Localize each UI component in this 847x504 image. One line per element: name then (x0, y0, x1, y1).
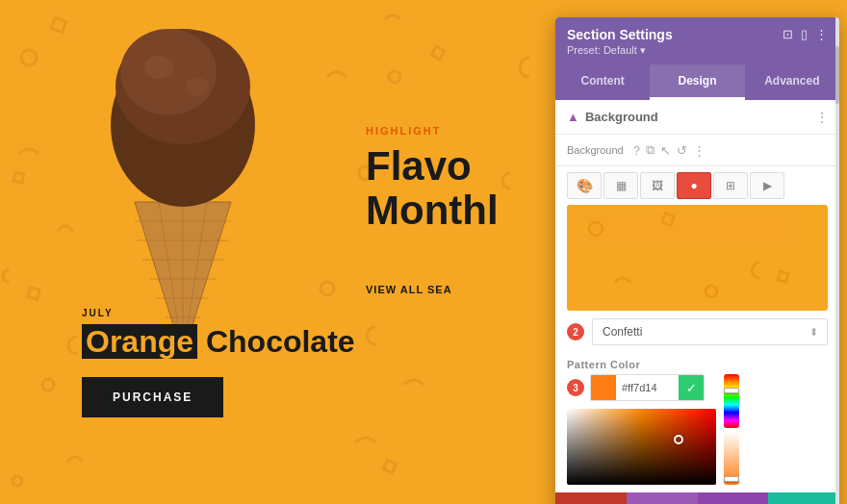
pattern-color-label: Pattern Color (555, 353, 839, 374)
svg-point-2 (389, 71, 400, 83)
flavor-title: Flavo Monthl (366, 144, 558, 233)
product-name-rest: Chocolate (197, 324, 355, 359)
panel-body: ▲ Background ⋮ Background ? ⧉ ↖ ↺ ⋮ 🎨 ▦ (555, 100, 839, 492)
tab-content[interactable]: Content (555, 64, 650, 100)
wireframe-icon[interactable]: ⊡ (783, 27, 793, 41)
undo-icon[interactable]: ↺ (677, 143, 687, 158)
panel-tabs: Content Design Advanced (555, 64, 839, 100)
panel-preset: Preset: Default ▾ (567, 44, 673, 57)
color-preview (567, 205, 828, 311)
main-content: HIGHLIGHT Flavo Monthl (366, 125, 558, 237)
svg-rect-5 (28, 288, 39, 299)
alpha-slider[interactable] (724, 432, 739, 486)
svg-rect-3 (431, 46, 445, 60)
cancel-button[interactable]: ✕ (555, 492, 627, 504)
dropdown-row: 2 Confetti None Dots Lines ⬍ (555, 318, 839, 353)
color-picker-row: 3 ✓ (555, 374, 839, 492)
svg-point-8 (13, 476, 22, 486)
redo-button[interactable]: ↻ (698, 492, 769, 504)
bg-section-icons: ⋮ (816, 111, 828, 124)
copy-icon[interactable]: ⧉ (646, 142, 654, 158)
svg-point-26 (186, 77, 209, 96)
panel-header: Section Settings Preset: Default ▾ ⊡ ▯ ⋮ (555, 17, 839, 64)
highlight-label: HIGHLIGHT (366, 125, 558, 137)
cursor-icon[interactable]: ↖ (660, 143, 671, 158)
purchase-button[interactable]: PURCHASE (82, 377, 223, 417)
ice-cream-image (77, 0, 327, 356)
bg-type-image-btn[interactable]: 🖼 (640, 172, 675, 199)
more-options-icon[interactable]: ⋮ (816, 111, 828, 124)
hue-alpha-sliders (724, 374, 739, 485)
product-name-orange: Orange (82, 324, 197, 359)
color-swatch[interactable] (591, 375, 616, 400)
svg-point-25 (144, 56, 173, 79)
bg-title-text: Background (585, 110, 658, 124)
expand-icon[interactable]: ▲ (567, 110, 579, 124)
background-section-title: ▲ Background (567, 110, 658, 124)
bg-type-active-btn[interactable]: ● (677, 172, 711, 199)
color-swatch-input: ✓ (590, 374, 705, 401)
bg-type-gradient-btn[interactable]: ▦ (603, 172, 638, 199)
tab-design[interactable]: Design (650, 64, 744, 100)
gradient-picker[interactable] (567, 409, 716, 485)
more-icon[interactable]: ⋮ (815, 27, 828, 41)
color-confirm-button[interactable]: ✓ (679, 375, 704, 400)
product-name: Orange Chocolate (82, 324, 467, 360)
color-input-section: 3 ✓ (567, 374, 716, 485)
view-all-text: VIEW ALL SEA (366, 284, 452, 295)
scrollbar-thumb[interactable] (835, 46, 839, 104)
panel-action-bar: ✕ ↺ ↻ ✓ (555, 492, 839, 504)
bg-type-pattern-btn[interactable]: ⊞ (713, 172, 748, 199)
hue-slider[interactable] (724, 374, 739, 428)
panel-header-left: Section Settings Preset: Default ▾ (567, 27, 673, 57)
panel-scrollbar[interactable] (835, 17, 839, 504)
panel-title: Section Settings (567, 27, 673, 42)
preview-pattern (567, 205, 828, 311)
confirm-button[interactable]: ✓ (768, 492, 839, 504)
dropdown-badge: 2 (567, 323, 584, 340)
color-badge: 3 (567, 379, 584, 396)
bottom-content: JULY Orange Chocolate PURCHASE (82, 308, 467, 417)
settings-panel: Section Settings Preset: Default ▾ ⊡ ▯ ⋮… (555, 17, 839, 504)
svg-point-6 (42, 379, 54, 391)
background-section: ▲ Background ⋮ Background ? ⧉ ↖ ↺ ⋮ 🎨 ▦ (555, 100, 839, 492)
svg-point-27 (589, 222, 603, 236)
bg-toolbar: Background ? ⧉ ↖ ↺ ⋮ (555, 135, 839, 166)
svg-rect-29 (778, 271, 788, 282)
color-badge-row: 3 ✓ (567, 374, 716, 401)
panel-header-icons: ⊡ ▯ ⋮ (783, 27, 828, 41)
background-section-header: ▲ Background ⋮ (555, 100, 839, 135)
svg-point-0 (21, 50, 37, 65)
bg-type-row: 🎨 ▦ 🖼 ● ⊞ ▶ (555, 166, 839, 205)
bg-type-video-btn[interactable]: ▶ (750, 172, 784, 199)
reset-button[interactable]: ↺ (627, 492, 698, 504)
color-hex-input[interactable] (616, 378, 679, 397)
kebab-icon[interactable]: ⋮ (693, 143, 706, 158)
bg-type-color-btn[interactable]: 🎨 (567, 172, 602, 199)
help-icon[interactable]: ? (633, 143, 640, 158)
bg-toolbar-label: Background (567, 144, 624, 156)
svg-rect-10 (13, 172, 23, 182)
tab-advanced[interactable]: Advanced (745, 64, 839, 100)
columns-icon[interactable]: ▯ (801, 27, 808, 41)
pattern-dropdown[interactable]: Confetti None Dots Lines (592, 318, 828, 345)
svg-rect-28 (662, 214, 675, 226)
svg-point-30 (706, 286, 717, 297)
svg-rect-1 (51, 17, 65, 32)
july-label: JULY (82, 308, 467, 318)
svg-rect-7 (383, 460, 396, 472)
